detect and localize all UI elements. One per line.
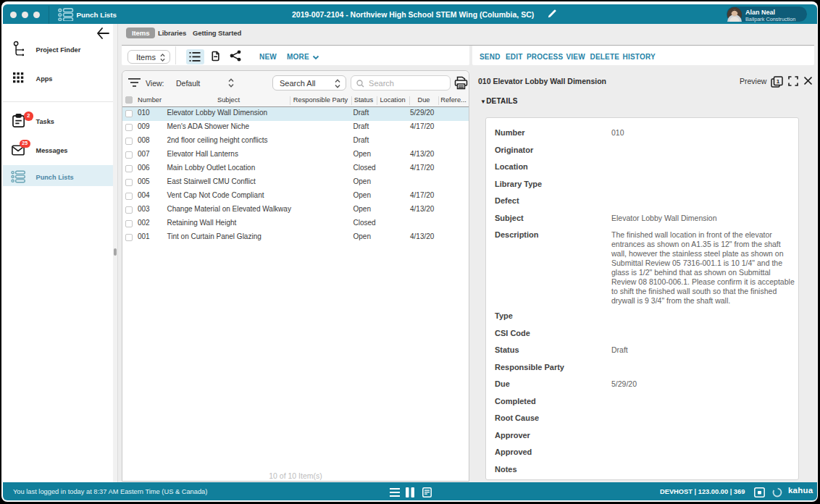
svg-text:1: 1 [777, 78, 780, 85]
